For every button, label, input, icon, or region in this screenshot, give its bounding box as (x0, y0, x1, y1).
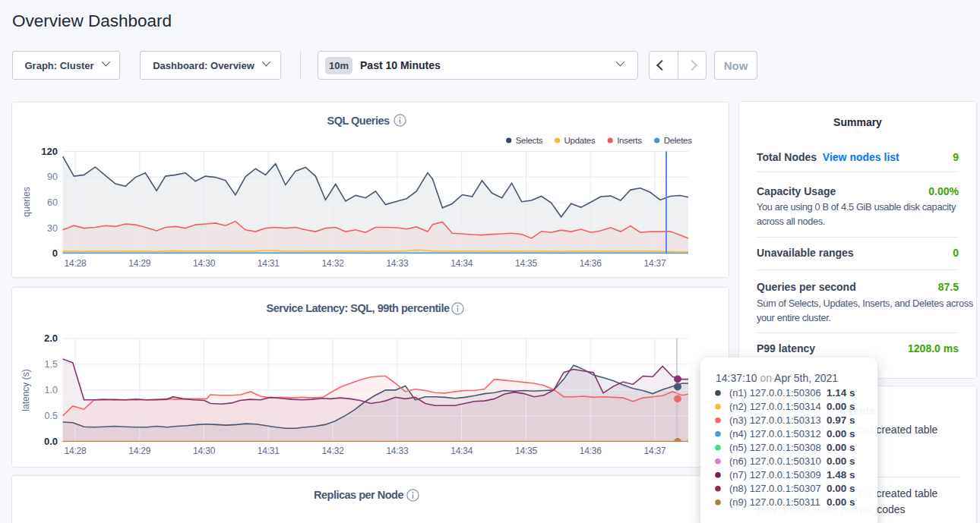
svg-text:(n1) 127.0.0.1:50306: (n1) 127.0.0.1:50306 (729, 387, 821, 399)
svg-text:1.48 s: 1.48 s (827, 469, 855, 480)
svg-text:14:32: 14:32 (322, 446, 345, 456)
svg-text:60: 60 (47, 197, 58, 208)
svg-text:0.97 s: 0.97 s (827, 414, 855, 426)
svg-text:0.00 s: 0.00 s (827, 496, 855, 508)
svg-text:14:29: 14:29 (128, 258, 151, 269)
svg-text:14:32: 14:32 (322, 258, 345, 269)
svg-text:14:31: 14:31 (258, 446, 280, 456)
svg-text:14:28: 14:28 (64, 258, 87, 269)
svg-text:120: 120 (41, 146, 58, 157)
svg-text:1.14 s: 1.14 s (827, 387, 855, 399)
svg-text:(n8) 127.0.0.1:50307: (n8) 127.0.0.1:50307 (729, 483, 821, 494)
svg-text:14:37: 14:37 (643, 258, 666, 269)
svg-text:0.0: 0.0 (44, 436, 58, 447)
svg-text:14:37: 14:37 (643, 446, 666, 456)
svg-text:Selects: Selects (516, 136, 543, 145)
svg-text:14:33: 14:33 (386, 446, 409, 456)
svg-text:14:34: 14:34 (450, 258, 473, 269)
svg-text:14:36: 14:36 (580, 446, 602, 456)
svg-text:14:35: 14:35 (515, 258, 538, 269)
svg-text:(n7) 127.0.0.1:50309: (n7) 127.0.0.1:50309 (729, 469, 821, 480)
svg-text:1.0: 1.0 (45, 385, 58, 395)
svg-text:latency (s): latency (s) (21, 369, 31, 411)
svg-text:0: 0 (52, 247, 58, 259)
svg-text:Inserts: Inserts (617, 136, 642, 145)
svg-text:0.00 s: 0.00 s (827, 442, 855, 453)
svg-text:(n5) 127.0.0.1:50308: (n5) 127.0.0.1:50308 (729, 442, 821, 453)
svg-text:14:34: 14:34 (450, 446, 473, 456)
svg-text:14:33: 14:33 (386, 258, 409, 269)
svg-text:Deletes: Deletes (664, 136, 692, 145)
svg-text:14:28: 14:28 (64, 446, 87, 456)
svg-text:14:36: 14:36 (580, 258, 602, 269)
svg-text:30: 30 (47, 223, 58, 234)
svg-text:14:30: 14:30 (193, 446, 216, 456)
svg-text:queries: queries (21, 187, 32, 216)
svg-text:90: 90 (47, 172, 58, 182)
svg-text:14:29: 14:29 (128, 446, 151, 456)
svg-text:(n3) 127.0.0.1:50313: (n3) 127.0.0.1:50313 (729, 414, 821, 426)
svg-text:0.00 s: 0.00 s (827, 401, 855, 412)
svg-text:0.00 s: 0.00 s (827, 428, 855, 440)
svg-text:14:31: 14:31 (258, 258, 280, 269)
svg-text:0.00 s: 0.00 s (827, 455, 855, 467)
svg-text:2.0: 2.0 (44, 332, 58, 344)
svg-text:(n4) 127.0.0.1:50312: (n4) 127.0.0.1:50312 (729, 428, 821, 440)
svg-text:0.5: 0.5 (45, 411, 58, 421)
svg-text:Updates: Updates (564, 136, 596, 145)
svg-text:1.5: 1.5 (45, 359, 58, 370)
svg-text:0.00 s: 0.00 s (827, 483, 855, 494)
svg-text:(n6) 127.0.0.1:50310: (n6) 127.0.0.1:50310 (729, 455, 821, 467)
svg-text:14:30: 14:30 (193, 258, 216, 269)
svg-text:(n9) 127.0.0.1:50311: (n9) 127.0.0.1:50311 (729, 496, 820, 508)
svg-text:14:35: 14:35 (515, 446, 538, 456)
svg-text:(n2) 127.0.0.1:50314: (n2) 127.0.0.1:50314 (729, 401, 821, 412)
